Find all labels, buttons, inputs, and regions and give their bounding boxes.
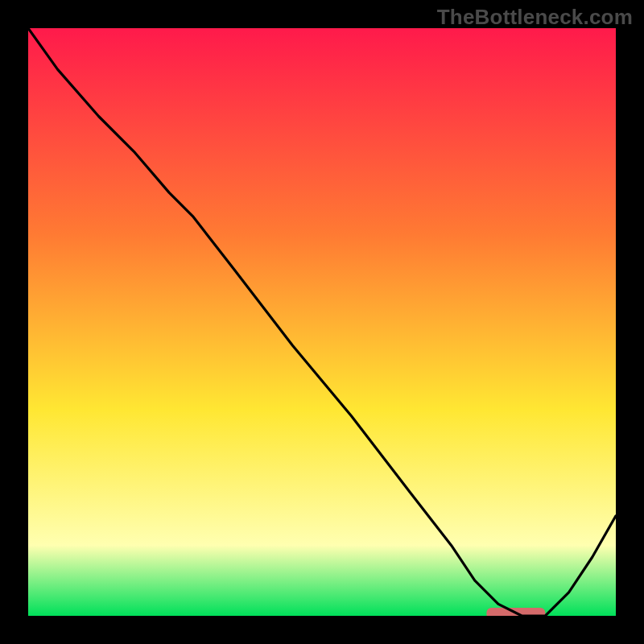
watermark-text: TheBottleneck.com <box>437 5 633 30</box>
gradient-background <box>28 28 616 616</box>
plot-area <box>28 28 616 616</box>
chart-stage: TheBottleneck.com <box>0 0 644 644</box>
chart-svg <box>28 28 616 616</box>
